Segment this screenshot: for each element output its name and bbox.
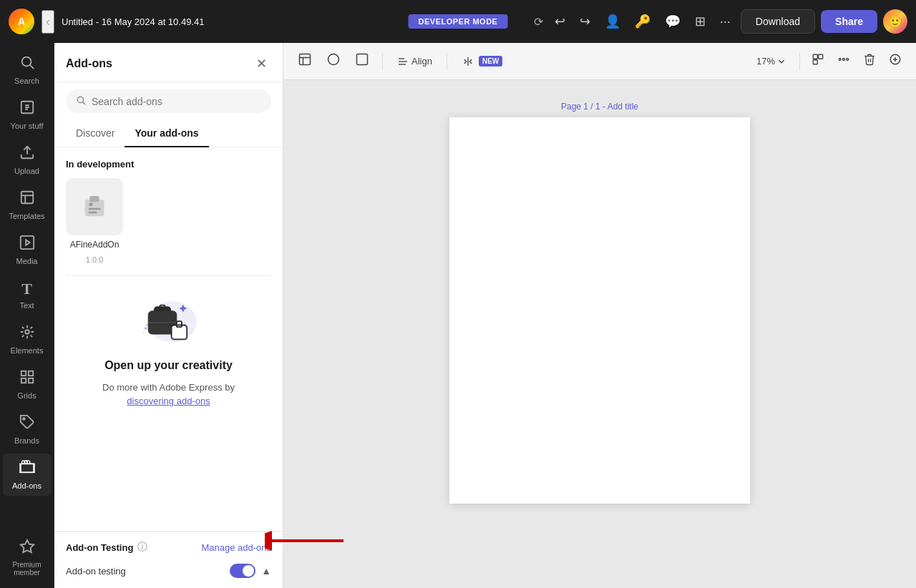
toolbar-divider-2 [447,53,447,70]
svg-rect-10 [21,371,25,376]
creativity-desc: Do more with Adobe Express by discoverin… [102,381,235,408]
search-input-wrap [66,89,271,113]
sidebar-label-premium: Premium member [6,561,49,577]
sidebar-item-templates[interactable]: Templates [3,184,52,226]
canvas-tool-3[interactable] [351,48,374,74]
svg-point-9 [25,330,29,334]
add-ons-icon [19,459,35,479]
add-ons-panel: Add-ons ✕ Discover Your add-ons In devel… [54,43,283,588]
search-icon-small [76,95,86,107]
magic-icon[interactable]: 🔑 [630,9,655,34]
svg-point-21 [89,202,93,206]
search-add-ons-input[interactable] [92,96,261,107]
app-logo[interactable]: A [9,9,34,34]
delete-button[interactable] [859,49,880,74]
sidebar-item-add-ons[interactable]: Add-ons [3,454,52,496]
addon-card-afineaddon[interactable]: AFineAddOn 1.0.0 [66,178,123,264]
share-button[interactable]: Share [821,10,877,33]
profile-icon[interactable]: 👤 [600,9,625,34]
canvas-area: Align NEW 17% [283,43,916,588]
canvas-right-tool-1[interactable] [807,49,829,74]
zoom-control[interactable]: 17% [751,53,792,69]
addon-testing-header: Add-on Testing ⓘ Manage add-ons [54,532,283,561]
svg-marker-8 [26,240,30,245]
text-icon: T [21,280,32,298]
addon-testing-left: Add-on Testing ⓘ [66,541,147,554]
addon-name: AFineAddOn [70,240,120,251]
tab-discover[interactable]: Discover [66,120,125,147]
svg-point-17 [77,97,83,102]
sidebar-label-search: Search [14,77,39,85]
svg-line-1 [30,65,34,69]
redo-button[interactable]: ↪ [575,9,595,34]
addon-testing-toggle[interactable] [230,564,255,578]
tab-your-add-ons[interactable]: Your add-ons [125,120,208,147]
panel-close-button[interactable]: ✕ [252,54,271,73]
svg-rect-12 [21,378,25,383]
sidebar-item-grids[interactable]: Grids [3,363,52,406]
sync-icon: ⟳ [534,15,543,29]
canvas-toolbar: Align NEW 17% [283,43,916,80]
zoom-level: 17% [756,56,775,67]
expand-arrow[interactable]: ▲ [261,565,271,577]
premium-icon [19,539,35,558]
addon-thumbnail [66,178,123,235]
svg-rect-15 [20,464,33,472]
align-button[interactable]: Align [391,52,438,72]
canvas-page[interactable] [449,117,750,504]
svg-marker-16 [20,540,33,552]
svg-line-18 [83,102,85,104]
panel-bottom: Add-on Testing ⓘ Manage add-ons Add-on t… [54,531,283,588]
discovering-add-ons-link[interactable]: discovering add-ons [127,396,210,406]
addon-testing-title: Add-on Testing [66,542,133,553]
undo-button[interactable]: ↩ [550,9,570,34]
sidebar-label-add-ons: Add-ons [12,481,42,490]
sidebar-item-your-stuff[interactable]: Your stuff [3,94,52,136]
more-icon[interactable]: ··· [716,10,735,34]
add-button[interactable] [885,49,906,74]
sidebar-item-premium[interactable]: Premium member [3,533,52,582]
toolbar-right: 17% [751,49,906,74]
sidebar-item-elements[interactable]: Elements [3,318,52,361]
canvas-content: Page 1 / 1 - Add title [283,80,916,588]
toolbar-divider-3 [799,53,800,70]
main-layout: Search Your stuff Upload [0,43,916,588]
canvas-tool-2[interactable] [322,48,345,74]
avatar[interactable]: 🙂 [883,9,907,34]
sidebar-item-media[interactable]: Media [3,229,52,271]
elements-icon [19,324,35,343]
canvas-tool-1[interactable] [293,48,316,74]
panel-content: In development AFineAddOn 1.0.0 [54,147,283,531]
info-icon[interactable]: ⓘ [137,541,147,554]
toolbar-divider-1 [382,53,383,70]
addon-grid: AFineAddOn 1.0.0 [66,178,271,264]
svg-rect-13 [28,378,32,383]
upload-icon [19,144,35,164]
translate-button[interactable]: NEW [456,51,508,72]
templates-icon [19,190,35,209]
sidebar-item-upload[interactable]: Upload [3,139,52,181]
canvas-right-tool-2[interactable] [833,49,854,74]
page-container: Page 1 / 1 - Add title [449,102,750,504]
panel-header: Add-ons ✕ [54,43,283,82]
sidebar-label-media: Media [16,257,38,265]
sidebar-item-text[interactable]: T Text [3,274,52,315]
sidebar-label-brands: Brands [14,436,39,445]
sidebar-item-brands[interactable]: Brands [3,408,52,451]
back-button[interactable]: ‹ [42,10,54,34]
panel-search [54,82,283,120]
sidebar-label-elements: Elements [11,346,44,355]
page-label: Page 1 / 1 - Add title [561,102,638,112]
svg-rect-45 [819,54,823,59]
svg-rect-23 [89,212,97,214]
sidebar-label-your-stuff: Your stuff [11,122,44,130]
topbar: A ‹ Untitled - 16 May 2024 at 10.49.41 ⟳… [0,0,916,43]
manage-add-ons-link[interactable]: Manage add-ons [201,542,271,553]
comment-icon[interactable]: 💬 [661,9,685,34]
addon-version: 1.0.0 [86,255,103,264]
sidebar-item-search[interactable]: Search [3,49,52,91]
share-options-icon[interactable]: ⊞ [691,9,710,34]
search-icon [19,54,35,74]
download-button[interactable]: Download [741,9,815,34]
brands-icon [19,414,35,433]
